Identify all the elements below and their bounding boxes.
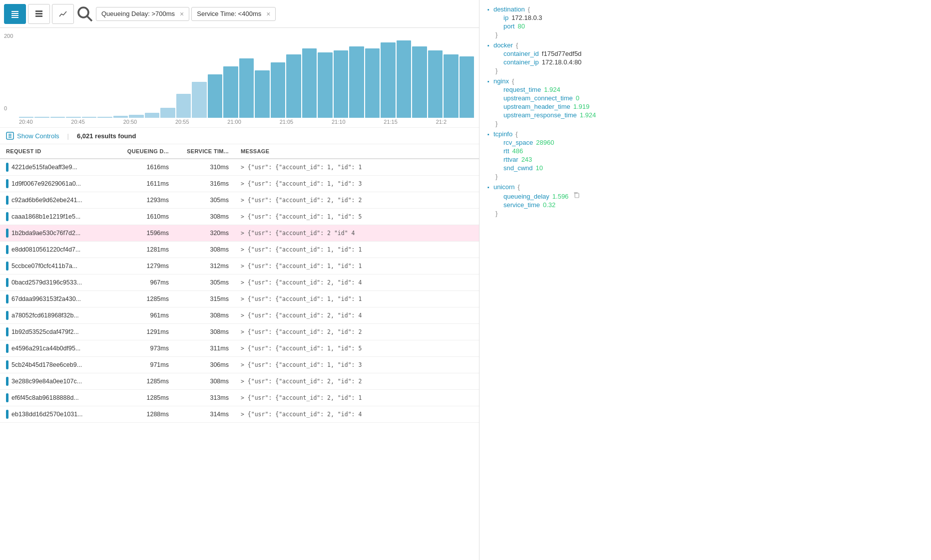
controls-bar: Show Controls | 6,021 results found <box>0 128 479 144</box>
message-value: > {"usr": {"account_id": 1, "id": 5 <box>235 209 479 225</box>
table-row[interactable]: caaa1868b1e1219f1e5...1610ms308ms> {"usr… <box>0 209 479 225</box>
service-time-value: 308ms <box>175 307 235 324</box>
unicorn-queueing-delay-label: queueing_delay <box>503 193 549 200</box>
tcpinfo-rcv-space-line: rcv_space 28960 <box>487 138 923 147</box>
queueing-delay-value: 1279ms <box>110 258 175 275</box>
chart-x-label-4: 21:00 <box>227 119 279 125</box>
chart-x-label-2: 20:50 <box>123 119 175 125</box>
chart-bar-0 <box>19 117 33 118</box>
svg-rect-1 <box>11 13 18 14</box>
unicorn-queueing-delay-value: 1.596 <box>552 193 569 200</box>
row-indicator <box>6 212 8 221</box>
table-row[interactable]: 1b92d53525cdaf479f2...1291ms308ms> {"usr… <box>0 324 479 340</box>
trend-view-button[interactable] <box>52 4 74 24</box>
tcpinfo-snd-cwnd-label: snd_cwnd <box>503 164 533 172</box>
filter-chip-queueing[interactable]: Queueing Delay: >700ms × <box>96 7 189 21</box>
table-row[interactable]: eb138dd16d2570e1031...1288ms314ms> {"usr… <box>0 406 479 423</box>
tcpinfo-section: ▪ tcpinfo { rcv_space 28960 rtt 486 rttv… <box>487 130 923 181</box>
chart-y-200: 200 <box>4 33 13 39</box>
service-time-value: 308ms <box>175 324 235 340</box>
docker-section: ▪ docker { container_id f175d77edf5d con… <box>487 41 923 75</box>
table-row[interactable]: a78052fcd618968f32b...961ms308ms> {"usr"… <box>0 307 479 324</box>
table-row[interactable]: 5cb24b45d178ee6ceb9...971ms306ms> {"usr"… <box>0 357 479 373</box>
list-view-button[interactable] <box>4 4 26 24</box>
nginx-upstream-response-value: 1.924 <box>580 111 596 119</box>
nginx-collapse[interactable]: ▪ <box>487 78 489 84</box>
tcpinfo-rttvar-value: 243 <box>521 156 532 163</box>
queueing-delay-value: 1616ms <box>110 159 175 176</box>
nginx-upstream-header-value: 1.919 <box>573 103 590 110</box>
row-indicator <box>6 229 8 238</box>
chart-x-label-8: 21:2 <box>436 119 488 125</box>
chart-bar-17 <box>286 54 301 118</box>
results-table: REQUEST ID QUEUEING D... SERVICE TIM... … <box>0 144 479 423</box>
message-value: > {"usr": {"account_id": 2, "id": 4 <box>235 406 479 423</box>
left-panel: Queueing Delay: >700ms × Service Time: <… <box>0 0 479 560</box>
tcpinfo-snd-cwnd-value: 10 <box>536 164 543 172</box>
svg-line-8 <box>87 16 92 21</box>
chart-bar-16 <box>271 62 285 118</box>
table-row[interactable]: 3e288c99e84a0ee107c...1285ms308ms> {"usr… <box>0 373 479 390</box>
request-id-value: caaa1868b1e1219f1e5... <box>11 213 80 220</box>
row-indicator <box>6 311 8 320</box>
table-row[interactable]: 67ddaa9963153f2a430...1285ms315ms> {"usr… <box>0 291 479 307</box>
queueing-delay-value: 1281ms <box>110 242 175 258</box>
chart-bar-19 <box>318 52 332 118</box>
show-controls-button[interactable]: Show Controls <box>6 132 59 140</box>
request-id-value: eb138dd16d2570e1031... <box>11 411 83 418</box>
search-button[interactable] <box>76 5 94 23</box>
row-indicator <box>6 294 8 303</box>
nginx-header: ▪ nginx { <box>487 77 923 85</box>
chart-x-label-3: 20:55 <box>175 119 227 125</box>
destination-collapse[interactable]: ▪ <box>487 6 489 12</box>
row-indicator <box>6 163 8 172</box>
request-id-value: 67ddaa9963153f2a430... <box>11 295 81 302</box>
table-wrapper: REQUEST ID QUEUEING D... SERVICE TIM... … <box>0 144 479 560</box>
request-id-value: ef6f45c8ab96188888d... <box>11 394 79 401</box>
nginx-upstream-response-label: upstream_response_time <box>503 111 577 119</box>
col-service: SERVICE TIM... <box>175 144 235 159</box>
docker-container-id-line: container_id f175d77edf5d <box>487 49 923 58</box>
table-row[interactable]: c92ad6b6e9d62ebe241...1293ms305ms> {"usr… <box>0 192 479 209</box>
tcpinfo-collapse[interactable]: ▪ <box>487 131 489 137</box>
unicorn-collapse[interactable]: ▪ <box>487 184 489 190</box>
chart-bar-3 <box>66 117 80 118</box>
compact-view-button[interactable] <box>28 4 50 24</box>
message-value: > {"usr": {"account_id": 2, "id": 2 <box>235 373 479 390</box>
message-value: > {"usr": {"account_id": 2, "id": 1 <box>235 390 479 406</box>
table-row[interactable]: e8dd0810561220cf4d7...1281ms308ms> {"usr… <box>0 242 479 258</box>
table-row[interactable]: 1b2bda9ae530c76f7d2...1596ms320ms> {"usr… <box>0 225 479 242</box>
unicorn-queueing-delay-line: queueing_delay 1.596 <box>487 191 923 201</box>
table-row[interactable]: 4221de515fa0eaff3e9...1616ms310ms> {"usr… <box>0 159 479 176</box>
table-row[interactable]: 0bacd2579d3196c9533...967ms305ms> {"usr"… <box>0 275 479 291</box>
message-value: > {"usr": {"account_id": 1, "id": 3 <box>235 176 479 192</box>
table-row[interactable]: 5ccbce07f0cfc411b7a...1279ms312ms> {"usr… <box>0 258 479 275</box>
chart-x-label-0: 20:40 <box>19 119 71 125</box>
filter-chip-service-close[interactable]: × <box>266 10 270 18</box>
filter-chip-service[interactable]: Service Time: <400ms × <box>191 7 276 21</box>
chart-x-label-5: 21:05 <box>280 119 332 125</box>
chart-bar-10 <box>176 94 191 118</box>
col-message: MESSAGE <box>235 144 479 159</box>
svg-rect-5 <box>35 13 42 14</box>
svg-rect-0 <box>11 11 18 12</box>
table-row[interactable]: 1d9f0067e92629061a0...1611ms316ms> {"usr… <box>0 176 479 192</box>
copy-queueing-delay-icon[interactable] <box>573 192 580 199</box>
queueing-delay-value: 1611ms <box>110 176 175 192</box>
request-id-value: 4221de515fa0eaff3e9... <box>11 164 77 171</box>
show-controls-label: Show Controls <box>17 132 59 140</box>
request-id-value: 5ccbce07f0cfc411b7a... <box>11 263 77 270</box>
docker-collapse[interactable]: ▪ <box>487 42 489 48</box>
nginx-upstream-connect-label: upstream_connect_time <box>503 94 573 102</box>
table-row[interactable]: ef6f45c8ab96188888d...1285ms313ms> {"usr… <box>0 390 479 406</box>
nginx-upstream-response-line: upstream_response_time 1.924 <box>487 111 923 119</box>
destination-port-line: port 80 <box>487 22 923 30</box>
service-time-value: 305ms <box>175 275 235 291</box>
request-id-value: e4596a291ca44b0df95... <box>11 345 80 352</box>
table-row[interactable]: e4596a291ca44b0df95...973ms311ms> {"usr"… <box>0 340 479 357</box>
filter-chip-queueing-close[interactable]: × <box>180 10 184 18</box>
message-value: > {"usr": {"account_id": 2, "id": 2 <box>235 324 479 340</box>
service-time-value: 308ms <box>175 373 235 390</box>
tcpinfo-rttvar-line: rttvar 243 <box>487 155 923 164</box>
docker-container-ip-line: container_ip 172.18.0.4:80 <box>487 58 923 66</box>
